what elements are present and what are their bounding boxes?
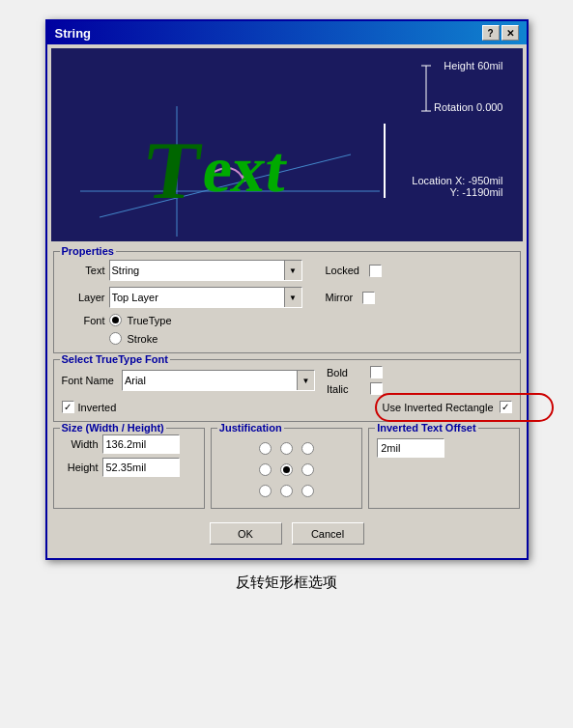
just-cell-0-1[interactable] <box>276 438 296 458</box>
just-radio-1-1[interactable] <box>280 463 293 476</box>
stroke-row: Stroke <box>62 332 512 345</box>
caption-text: 反转矩形框选项 <box>236 574 337 592</box>
offset-group: Inverted Text Offset <box>368 428 520 509</box>
main-dialog: String ? ✕ T ext Height 60mil <box>45 19 529 560</box>
location-x: Location X: -950mil <box>412 175 502 186</box>
stroke-radio-group: Stroke <box>109 332 158 345</box>
inverted-label: Inverted <box>78 402 117 413</box>
preview-svg: T ext <box>51 48 523 241</box>
use-inverted-rect-label: Use Inverted Rectangle <box>383 402 494 413</box>
cancel-button[interactable]: Cancel <box>292 522 364 545</box>
bold-checkbox[interactable] <box>370 366 383 378</box>
locked-section: Locked <box>326 265 382 277</box>
just-cell-0-0[interactable] <box>255 438 274 458</box>
just-radio-0-0[interactable] <box>259 442 272 455</box>
properties-group-label: Properties <box>60 245 116 257</box>
layer-select[interactable]: Top Layer <box>109 287 302 308</box>
ok-button[interactable]: OK <box>210 522 282 545</box>
just-radio-0-1[interactable] <box>280 442 293 455</box>
just-cell-2-1[interactable] <box>276 481 296 500</box>
italic-checkbox[interactable] <box>370 382 383 395</box>
locked-label: Locked <box>326 265 359 276</box>
just-radio-2-0[interactable] <box>259 485 272 497</box>
size-group-label: Size (Width / Height) <box>60 422 166 434</box>
dialog-content: Properties Text String ▼ Locked <box>47 245 527 558</box>
layer-row: Layer Top Layer ▼ Mirror <box>62 287 512 308</box>
just-cell-0-2[interactable] <box>298 438 317 458</box>
just-radio-0-2[interactable] <box>301 442 314 455</box>
italic-label: Italic <box>327 383 360 395</box>
bold-row: Bold <box>327 366 383 378</box>
layer-combo-wrapper: Top Layer ▼ <box>109 287 302 308</box>
just-cell-1-1[interactable] <box>276 460 296 479</box>
inverted-checkbox[interactable] <box>62 401 74 413</box>
just-cell-1-0[interactable] <box>255 460 274 479</box>
bottom-sections: Size (Width / Height) Width Height Justi… <box>53 428 521 515</box>
text-select[interactable]: String <box>109 260 302 281</box>
font-group: Select TrueType Font Font Name Arial ▼ B… <box>53 359 521 422</box>
title-bar-buttons: ? ✕ <box>482 25 519 41</box>
just-radio-2-1[interactable] <box>280 485 293 497</box>
size-group: Size (Width / Height) Width Height <box>53 428 205 509</box>
text-row: Text String ▼ Locked <box>62 260 512 281</box>
height-label: Height 60mil <box>444 60 502 71</box>
height-label: Height <box>62 462 99 473</box>
height-input[interactable] <box>102 458 180 477</box>
just-cell-2-2[interactable] <box>298 481 317 500</box>
preview-area: T ext Height 60mil Rotation 0.000 Locati… <box>51 48 523 241</box>
justification-group: Justification <box>211 428 362 509</box>
location-y: Y: -1190mil <box>412 186 502 198</box>
text-label: Text <box>62 265 105 276</box>
font-name-label: Font Name <box>62 375 114 386</box>
just-radio-1-0[interactable] <box>259 463 272 476</box>
location-label: Location X: -950mil Y: -1190mil <box>412 175 502 198</box>
width-input[interactable] <box>102 434 180 454</box>
svg-text:ext: ext <box>198 132 293 206</box>
use-inverted-rect-container: Use Inverted Rectangle <box>383 401 512 413</box>
stroke-radio[interactable] <box>109 332 122 345</box>
just-cell-2-0[interactable] <box>255 481 274 500</box>
mirror-row: Mirror <box>326 292 376 304</box>
offset-row <box>377 438 511 458</box>
font-name-row: Font Name Arial ▼ Bold Italic <box>62 366 512 395</box>
font-row: Font TrueType <box>62 314 512 326</box>
help-button[interactable]: ? <box>482 25 500 41</box>
width-label: Width <box>62 438 99 450</box>
text-combo-wrapper: String ▼ <box>109 260 302 281</box>
title-bar: String ? ✕ <box>47 21 527 44</box>
mirror-checkbox[interactable] <box>362 292 375 304</box>
justification-grid <box>255 438 317 500</box>
italic-row: Italic <box>327 382 383 395</box>
inverted-group: Inverted <box>62 401 117 413</box>
justification-group-label: Justification <box>217 422 284 434</box>
just-cell-1-2[interactable] <box>298 460 317 479</box>
just-radio-2-2[interactable] <box>301 485 314 497</box>
font-name-combo-wrapper: Arial ▼ <box>122 370 315 391</box>
layer-label: Layer <box>62 292 105 303</box>
truetype-radio-group: TrueType <box>109 314 172 326</box>
properties-group: Properties Text String ▼ Locked <box>53 251 521 353</box>
offset-input[interactable] <box>377 438 444 458</box>
button-row: OK Cancel <box>53 522 521 552</box>
just-radio-1-2[interactable] <box>301 463 314 476</box>
rotation-label: Rotation 0.000 <box>434 101 503 113</box>
truetype-label: TrueType <box>128 315 172 326</box>
font-group-label: Select TrueType Font <box>60 353 170 365</box>
height-row: Height <box>62 458 196 477</box>
locked-row: Locked <box>326 265 382 277</box>
offset-group-label: Inverted Text Offset <box>375 422 478 434</box>
mirror-label: Mirror <box>326 292 354 303</box>
font-name-select[interactable]: Arial <box>122 370 315 391</box>
dialog-title: String <box>55 26 92 41</box>
mirror-section: Mirror <box>326 292 376 304</box>
truetype-radio[interactable] <box>109 314 122 326</box>
inverted-row: Inverted Use Inverted Rectangle <box>62 401 512 413</box>
close-button[interactable]: ✕ <box>501 25 519 41</box>
font-label: Font <box>62 315 105 326</box>
just-grid-wrapper <box>219 434 354 500</box>
svg-text:T: T <box>138 125 206 215</box>
locked-checkbox[interactable] <box>369 265 382 277</box>
bold-italic-section: Bold Italic <box>327 366 383 395</box>
width-row: Width <box>62 434 196 454</box>
use-inverted-rect-checkbox[interactable] <box>500 401 512 413</box>
